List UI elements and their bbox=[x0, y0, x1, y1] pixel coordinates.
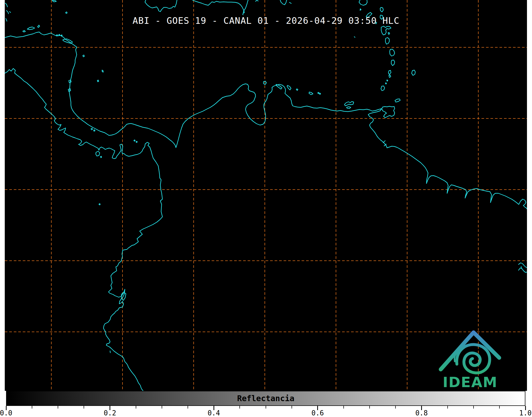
colorbar-minor-tick bbox=[32, 406, 32, 409]
colorbar-tick-label: 0.4 bbox=[208, 409, 220, 417]
satellite-map-canvas: IDEAM bbox=[0, 0, 532, 391]
colorbar-tick-label: 0.0 bbox=[0, 409, 12, 417]
colorbar-minor-tick bbox=[292, 406, 292, 409]
colorbar-minor-tick bbox=[188, 406, 188, 409]
colorbar-minor-tick bbox=[447, 406, 448, 409]
colorbar-tick-label: 1.0 bbox=[519, 409, 532, 417]
colorbar-tick-label: 0.6 bbox=[311, 409, 324, 417]
logo-text: IDEAM bbox=[443, 374, 497, 391]
colorbar-minor-tick bbox=[343, 406, 344, 409]
colorbar-minor-tick bbox=[58, 406, 58, 409]
satellite-image-viewer: IDEAM ABI - GOES 19 - CANAL 01 - 2026-04… bbox=[0, 0, 532, 417]
colorbar-tick-label: 0.8 bbox=[415, 409, 428, 417]
colorbar-minor-tick bbox=[395, 406, 396, 409]
colorbar-minor-tick bbox=[266, 406, 266, 409]
colorbar-minor-tick bbox=[499, 406, 500, 409]
colorbar-label: Reflectancia bbox=[7, 391, 525, 405]
colorbar-minor-tick bbox=[162, 406, 162, 409]
page-title: ABI - GOES 19 - CANAL 01 - 2026-04-29 03… bbox=[133, 15, 399, 26]
colorbar-minor-tick bbox=[239, 406, 240, 409]
map-background bbox=[5, 0, 527, 391]
colorbar-minor-tick bbox=[84, 406, 84, 409]
colorbar-minor-tick bbox=[369, 406, 370, 409]
colorbar-tick-label: 0.2 bbox=[104, 409, 116, 417]
colorbar-minor-tick bbox=[136, 406, 136, 409]
colorbar-minor-tick bbox=[473, 406, 474, 409]
colorbar: Reflectancia bbox=[6, 391, 525, 406]
